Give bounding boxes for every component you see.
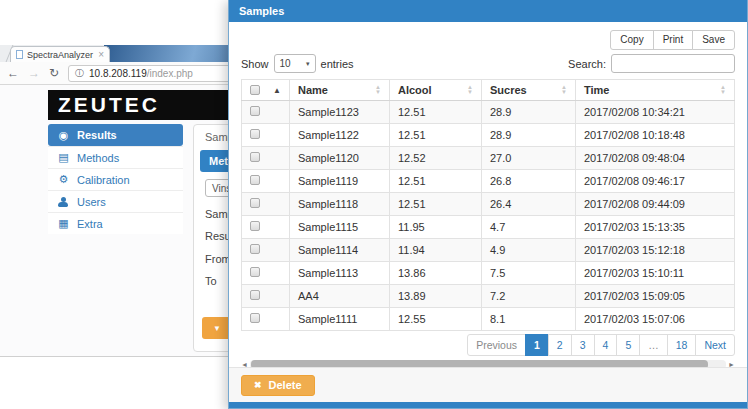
scrollbar-thumb[interactable] (251, 360, 708, 367)
field-label: From (205, 253, 231, 265)
select-all-header[interactable]: ▲ (242, 80, 290, 101)
cell-sucres: 4.7 (482, 216, 576, 239)
table-row[interactable]: Sample112312.5128.92017/02/08 10:34:21 (242, 101, 735, 124)
row-checkbox[interactable] (250, 106, 260, 116)
sidebar-item-extra[interactable]: ▦Extra (48, 212, 183, 234)
column-header-alcool[interactable]: Alcool▲▼ (390, 80, 482, 101)
row-select-cell (242, 147, 290, 170)
cell-name: Sample1119 (290, 170, 390, 193)
cell-alcool: 12.55 (390, 308, 482, 331)
dialog-title: Samples (229, 0, 747, 22)
cell-time: 2017/02/03 15:07:06 (576, 308, 735, 331)
sort-asc-icon: ▲ (273, 86, 281, 95)
select-all-checkbox[interactable] (250, 85, 260, 95)
scroll-right-icon[interactable]: ► (728, 360, 735, 367)
column-header-inner: Sucres▲▼ (490, 84, 567, 96)
cell-name: Sample1122 (290, 124, 390, 147)
sort-both-icon: ▲▼ (720, 85, 726, 95)
cell-time: 2017/02/08 09:46:17 (576, 170, 735, 193)
row-select-cell (242, 193, 290, 216)
save-button[interactable]: Save (692, 30, 735, 50)
forward-icon[interactable]: → (28, 67, 40, 79)
cell-sucres: 7.5 (482, 262, 576, 285)
row-checkbox[interactable] (250, 313, 260, 323)
row-checkbox[interactable] (250, 175, 260, 185)
refresh-icon[interactable]: ↻ (49, 67, 59, 79)
pagination-page-5[interactable]: 5 (616, 334, 640, 356)
row-checkbox[interactable] (250, 221, 260, 231)
delete-button-label: Delete (269, 379, 302, 391)
row-checkbox[interactable] (250, 129, 260, 139)
table-row[interactable]: Sample111112.558.12017/02/03 15:07:06 (242, 308, 735, 331)
target-icon: ◉ (57, 129, 70, 142)
scrollbar-track[interactable] (250, 360, 726, 367)
chevron-down-icon: ▾ (306, 60, 310, 68)
pagination-page-2[interactable]: 2 (548, 334, 572, 356)
table-row[interactable]: Sample111511.954.72017/02/03 15:13:35 (242, 216, 735, 239)
info-icon[interactable]: ⓘ (75, 67, 84, 80)
sidebar-item-label: Results (77, 129, 117, 141)
cell-time: 2017/02/08 09:44:09 (576, 193, 735, 216)
table-row[interactable]: Sample111812.5126.42017/02/08 09:44:09 (242, 193, 735, 216)
row-checkbox[interactable] (250, 198, 260, 208)
cell-alcool: 12.51 (390, 193, 482, 216)
column-header-inner: Alcool▲▼ (398, 84, 473, 96)
table-row[interactable]: Sample111912.5126.82017/02/08 09:46:17 (242, 170, 735, 193)
row-checkbox[interactable] (250, 152, 260, 162)
print-button[interactable]: Print (653, 30, 694, 50)
cell-alcool: 12.51 (390, 170, 482, 193)
row-checkbox[interactable] (250, 290, 260, 300)
pagination-next[interactable]: Next (695, 334, 735, 356)
sort-down-glyph: ▼ (375, 90, 381, 95)
cell-time: 2017/02/08 10:18:48 (576, 124, 735, 147)
pagination-previous[interactable]: Previous (467, 334, 526, 356)
search-label: Search: (568, 58, 606, 70)
row-select-cell (242, 285, 290, 308)
tab-close-icon[interactable]: × (98, 50, 104, 60)
column-header-name[interactable]: Name▲▼ (290, 80, 390, 101)
cell-sucres: 28.9 (482, 101, 576, 124)
pagination-page-4[interactable]: 4 (594, 334, 618, 356)
column-header-sucres[interactable]: Sucres▲▼ (482, 80, 576, 101)
table-row[interactable]: Sample112212.5128.92017/02/08 10:18:48 (242, 124, 735, 147)
sidebar-item-users[interactable]: Users (48, 190, 183, 212)
sidebar-item-calibration[interactable]: ⚙Calibration (48, 168, 183, 190)
table-row[interactable]: Sample111411.944.92017/02/03 15:12:18 (242, 239, 735, 262)
row-checkbox[interactable] (250, 244, 260, 254)
archive-icon: ▦ (57, 217, 70, 230)
pagination-page-18[interactable]: 18 (667, 334, 697, 356)
samples-dialog: Samples CopyPrintSave Show 10 ▾ entries … (228, 0, 748, 409)
copy-button[interactable]: Copy (610, 30, 653, 50)
column-header-time[interactable]: Time▲▼ (576, 80, 735, 101)
browser-tab[interactable]: SpectraAnalyzer × (10, 46, 110, 62)
sidebar-item-methods[interactable]: ▤Methods (48, 146, 183, 168)
cell-sucres: 8.1 (482, 308, 576, 331)
row-select-cell (242, 170, 290, 193)
page-length-select[interactable]: 10 ▾ (274, 54, 316, 73)
cell-alcool: 12.51 (390, 101, 482, 124)
back-icon[interactable]: ← (7, 67, 19, 79)
pagination-page-3[interactable]: 3 (571, 334, 595, 356)
table-row[interactable]: AA413.897.22017/02/03 15:09:05 (242, 285, 735, 308)
sidebar-item-results[interactable]: ◉Results (48, 124, 183, 146)
samples-table: ▲ Name▲▼Alcool▲▼Sucres▲▼Time▲▼ Sample112… (241, 79, 735, 331)
search-input[interactable] (611, 54, 735, 73)
table-row[interactable]: Sample112012.5227.02017/02/08 09:48:04 (242, 147, 735, 170)
tab-title: SpectraAnalyzer (27, 50, 94, 60)
pagination-ellipsis: … (639, 334, 668, 356)
cell-name: Sample1118 (290, 193, 390, 216)
cell-time: 2017/02/03 15:13:35 (576, 216, 735, 239)
pagination-page-1[interactable]: 1 (525, 334, 549, 356)
scroll-left-icon[interactable]: ◄ (241, 360, 248, 367)
user-icon (58, 197, 68, 207)
row-checkbox[interactable] (250, 267, 260, 277)
cell-sucres: 28.9 (482, 124, 576, 147)
row-select-cell (242, 262, 290, 285)
pagination: Previous12345…18Next (241, 334, 735, 356)
entries-label: entries (321, 58, 354, 70)
sort-both-icon: ▲▼ (375, 85, 381, 95)
horizontal-scrollbar[interactable]: ◄ ► (241, 360, 735, 367)
delete-button[interactable]: ✖ Delete (241, 375, 315, 396)
table-row[interactable]: Sample111313.867.52017/02/03 15:10:11 (242, 262, 735, 285)
sort-down-glyph: ▼ (561, 90, 567, 95)
